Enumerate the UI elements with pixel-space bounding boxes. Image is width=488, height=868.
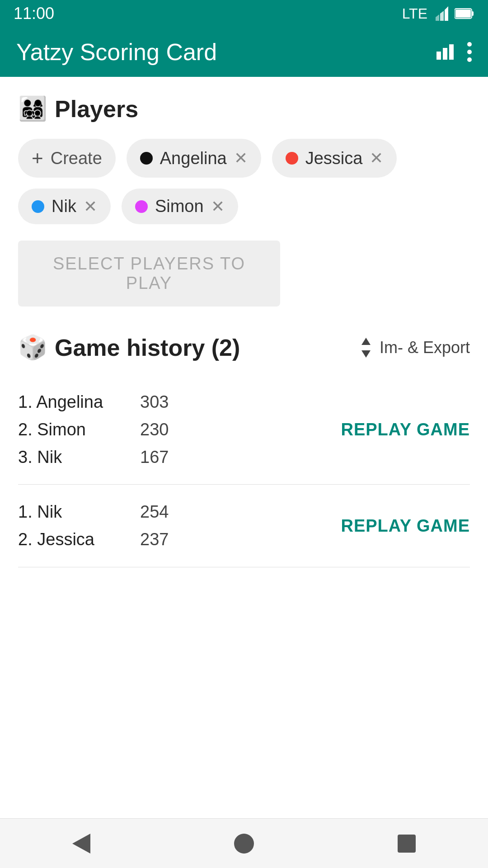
game-2-player-1: 1. Nik 254 (18, 498, 341, 526)
import-export-label: Im- & Export (380, 338, 470, 357)
svg-rect-5 (455, 9, 471, 18)
chip-name-simon: Simon (155, 197, 204, 216)
close-icon-simon[interactable]: ✕ (211, 198, 225, 215)
dice-emoji: 🎲 (18, 334, 47, 361)
back-button[interactable] (59, 828, 104, 859)
lte-indicator: LTE (402, 5, 427, 22)
bottom-navigation (0, 818, 488, 868)
app-bar: Yatzy Scoring Card (0, 27, 488, 77)
history-title: 🎲 Game history (2) (18, 334, 240, 361)
main-content: 👨‍👩‍👧‍👦 Players + Create Angelina ✕ Jess… (0, 77, 488, 590)
game-2-players: 1. Nik 254 2. Jessica 237 (18, 498, 341, 553)
game-1-player-2-score: 230 (140, 416, 169, 443)
color-dot-nik (32, 200, 44, 213)
recent-icon (398, 835, 416, 853)
svg-marker-8 (72, 834, 90, 854)
svg-marker-7 (361, 350, 371, 358)
svg-marker-2 (436, 14, 439, 21)
game-2-player-2-score: 237 (140, 526, 169, 553)
players-section-title: 👨‍👩‍👧‍👦 Players (18, 95, 470, 123)
players-section: 👨‍👩‍👧‍👦 Players + Create Angelina ✕ Jess… (18, 95, 470, 334)
game-history-section: 🎲 Game history (2) Im- & Export 1. Angel… (18, 334, 470, 567)
plus-icon: + (32, 147, 43, 170)
game-2-player-1-name: 1. Nik (18, 498, 131, 526)
game-1-player-1-name: 1. Angelina (18, 388, 131, 416)
svg-marker-0 (445, 6, 448, 21)
back-icon (72, 834, 90, 854)
status-time: 11:00 (14, 4, 54, 23)
game-1-player-1: 1. Angelina 303 (18, 388, 341, 416)
replay-button-2[interactable]: REPLAY GAME (341, 516, 470, 536)
app-title: Yatzy Scoring Card (16, 38, 217, 66)
game-separator-2 (18, 567, 470, 567)
chip-angelina[interactable]: Angelina ✕ (127, 139, 261, 178)
game-2-player-1-score: 254 (140, 498, 169, 526)
battery-icon (455, 7, 474, 20)
chip-jessica[interactable]: Jessica ✕ (272, 139, 397, 178)
history-title-text: Game history (2) (55, 334, 240, 361)
game-1-player-1-score: 303 (140, 388, 169, 416)
color-dot-angelina (140, 152, 153, 165)
select-players-button[interactable]: SELECT PLAYERS TO PLAY (18, 241, 280, 307)
game-1-player-3-name: 3. Nik (18, 443, 131, 471)
color-dot-simon (135, 200, 148, 213)
more-icon[interactable] (467, 42, 472, 62)
chip-name-jessica: Jessica (305, 149, 363, 168)
close-icon-nik[interactable]: ✕ (84, 198, 97, 215)
chip-nik[interactable]: Nik ✕ (18, 189, 111, 224)
create-label: Create (51, 149, 102, 168)
game-2-player-2-name: 2. Jessica (18, 526, 131, 553)
game-2-player-2: 2. Jessica 237 (18, 526, 341, 553)
chart-icon[interactable] (436, 44, 454, 60)
signal-icon (434, 6, 448, 21)
history-header: 🎲 Game history (2) Im- & Export (18, 334, 470, 361)
game-1-player-2: 2. Simon 230 (18, 416, 341, 443)
app-bar-actions (436, 42, 472, 62)
game-entry-1: 1. Angelina 303 2. Simon 230 3. Nik 167 … (18, 379, 470, 480)
home-button[interactable] (221, 828, 267, 859)
home-icon (234, 834, 254, 854)
chip-name-angelina: Angelina (160, 149, 227, 168)
status-bar: 11:00 LTE (0, 0, 488, 27)
game-separator-1 (18, 484, 470, 485)
status-icons: LTE (402, 5, 474, 22)
game-1-player-3: 3. Nik 167 (18, 443, 341, 471)
color-dot-jessica (286, 152, 298, 165)
recent-button[interactable] (384, 828, 429, 859)
players-chips: + Create Angelina ✕ Jessica ✕ Nik ✕ (18, 139, 470, 224)
svg-rect-4 (472, 11, 474, 16)
sort-icon (358, 338, 374, 358)
close-icon-angelina[interactable]: ✕ (234, 150, 248, 166)
chip-name-nik: Nik (52, 197, 76, 216)
svg-marker-1 (440, 11, 444, 21)
game-1-player-3-score: 167 (140, 443, 169, 471)
replay-button-1[interactable]: REPLAY GAME (341, 420, 470, 439)
import-export-button[interactable]: Im- & Export (358, 338, 470, 358)
game-1-player-2-name: 2. Simon (18, 416, 131, 443)
chip-simon[interactable]: Simon ✕ (122, 189, 238, 224)
svg-marker-6 (361, 338, 371, 345)
create-chip[interactable]: + Create (18, 139, 116, 178)
close-icon-jessica[interactable]: ✕ (370, 150, 383, 166)
game-entry-2: 1. Nik 254 2. Jessica 237 REPLAY GAME (18, 489, 470, 562)
game-1-players: 1. Angelina 303 2. Simon 230 3. Nik 167 (18, 388, 341, 471)
players-emoji: 👨‍👩‍👧‍👦 (18, 95, 47, 123)
